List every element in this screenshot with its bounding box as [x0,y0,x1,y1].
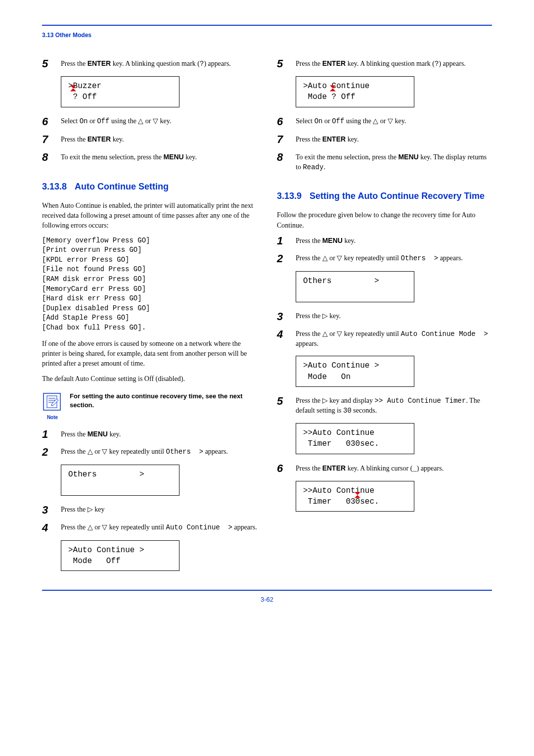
lcd-line: >>Auto Continue [303,427,407,438]
step-body: Press the △ or ▽ key repeatedly until Ot… [296,253,492,264]
step-body: Press the △ or ▽ key repeatedly until Au… [61,522,257,533]
note-block: Note For setting the auto continue recov… [42,392,257,420]
step-body: Press the ENTER key. A blinking question… [296,58,492,69]
text: Press the [296,60,322,67]
text: key. A blinking question mark ( [346,60,435,67]
lcd-others-left: Others > [61,465,179,496]
section-heading-3-13-9: 3.13.9 Setting the Auto Continue Recover… [277,191,492,201]
left-step-7: 7 Press the ENTER key. [42,134,257,145]
note-text: For setting the auto continue recovery t… [70,392,257,410]
lcd-line: >Auto Continue > [303,360,407,371]
step-number: 1 [277,236,287,246]
lcd-line: Timer 030sec. [303,438,407,449]
text: Press the [296,136,322,143]
text: ) appears. [204,60,230,67]
text: key. [346,136,358,143]
left-column: 5 Press the ENTER key. A blinking questi… [42,58,257,580]
paragraph: Follow the procedure given below to chan… [277,210,492,231]
left-b-step-3: 3 Press the ▷ key [42,505,257,516]
step-number: 6 [277,463,287,474]
right-b-step-4: 4 Press the △ or ▽ key repeatedly until … [277,329,492,349]
section-title: Setting the Auto Continue Recovery Time [310,191,485,201]
lcd-line: >Auto Continue > [68,545,172,556]
step-body: Select On or Off using the △ or ▽ key. [296,116,492,127]
error-item: [Add Staple Press GO] [42,313,257,323]
step-body: Press the ENTER key. A blinking cursor (… [296,463,492,474]
right-b-step-2: 2 Press the △ or ▽ key repeatedly until … [277,253,492,264]
paragraph: When Auto Continue is enabled, the print… [42,201,257,231]
step-number: 4 [277,329,287,349]
key-name: ENTER [322,464,346,472]
text: Press the △ or ▽ key repeatedly until [61,448,166,455]
mono: Others > [166,448,204,456]
lcd-line: Mode ? Off [303,92,407,102]
left-b-step-4: 4 Press the △ or ▽ key repeatedly until … [42,522,257,533]
right-b-step-1: 1 Press the MENU key. [277,236,492,246]
error-item: [Duplex disabled Press GO] [42,304,257,314]
top-rule [42,25,492,26]
step-body: To exit the menu selection, press the ME… [296,152,492,173]
left-b-step-1: 1 Press the MENU key. [42,429,257,440]
page-number: 3-62 [42,596,492,603]
lcd-line: ? Off [68,92,172,102]
section-number: 3.13.9 [277,191,302,201]
error-item: [Print overrun Press GO] [42,245,257,255]
text: Select [296,117,314,125]
step-number: 4 [42,522,52,533]
paragraph: If one of the above errors is caused by … [42,339,257,369]
paragraph: The default Auto Continue setting is Off… [42,374,257,384]
right-step-8: 8 To exit the menu selection, press the … [277,152,492,173]
error-item: [KPDL error Press GO] [42,255,257,265]
error-item: [RAM disk error Press GO] [42,275,257,284]
section-title: Auto Continue Setting [75,182,169,192]
step-body: Press the MENU key. [296,236,492,246]
error-item: [Memory overflow Press GO] [42,236,257,246]
mono: On [314,117,323,125]
step-number: 8 [277,152,287,173]
step-body: Press the ▷ key and display >> Auto Cont… [296,396,492,416]
right-b-step-5: 5 Press the ▷ key and display >> Auto Co… [277,396,492,416]
step-number: 5 [42,58,52,69]
right-step-7: 7 Press the ENTER key. [277,134,492,145]
text: appears. [203,448,228,455]
lcd-line: Mode On [303,372,407,382]
mono: Ready [303,163,323,171]
text: Press the △ or ▽ key repeatedly until [296,330,401,337]
step-body: Press the ENTER key. [296,134,492,145]
lcd-auto-continue-mode: >Auto Continue Mode ? Off ◥◤◢◣ [296,76,414,107]
text: Press the ▷ key and display [296,397,375,404]
step-number: 6 [277,116,287,127]
error-item: [Hard disk err Press GO] [42,294,257,304]
right-step-5: 5 Press the ENTER key. A blinking questi… [277,58,492,69]
text: To exit the menu selection, press the [61,153,163,161]
text: appears. [438,254,463,262]
key-name: ENTER [88,135,111,143]
header-section-ref: 3.13 Other Modes [42,32,492,39]
lcd-line: >Auto Continue [303,81,407,92]
bottom-rule [42,590,492,591]
right-b-step-3: 3 Press the ▷ key. [277,311,492,322]
mono: Auto Continue Mode > [401,330,488,338]
section-number: 3.13.8 [42,182,67,192]
lcd-timer-cursor: >>Auto Continue Timer 030sec. ◥◤◢◣ [296,481,414,512]
text: Press the [296,237,322,244]
text: key. [111,136,124,143]
mono: 30 [343,407,352,415]
error-item: [MemoryCard err Press GO] [42,284,257,294]
text: key. A blinking question mark ( [111,60,200,67]
text: Press the △ or ▽ key repeatedly until [61,523,166,531]
lcd-line: Others > [303,276,407,286]
step-body: Press the ENTER key. [61,134,257,145]
text: using the △ or ▽ key. [109,117,171,125]
left-step-5: 5 Press the ENTER key. A blinking questi… [42,58,257,69]
text: To exit the menu selection, press the [296,153,398,161]
right-b-step-6: 6 Press the ENTER key. A blinking cursor… [277,463,492,474]
step-body: Press the ENTER key. A blinking question… [61,58,257,69]
mono: Auto Continue > [166,523,232,531]
text: Press the △ or ▽ key repeatedly until [296,254,401,262]
text: Press the [61,430,88,438]
text: key. [343,237,356,244]
lcd-line [303,286,407,297]
step-body: Press the △ or ▽ key repeatedly until Au… [296,329,492,349]
left-step-8: 8 To exit the menu selection, press the … [42,152,257,163]
